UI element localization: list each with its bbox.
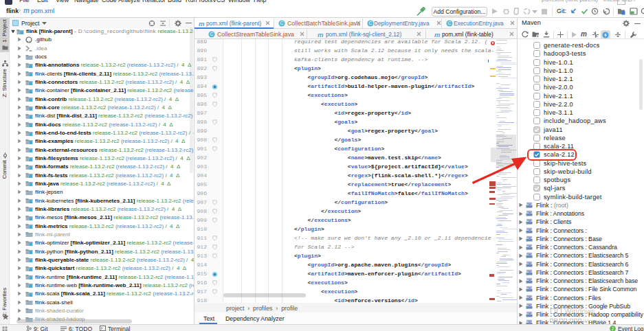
svg-text:C: C	[368, 21, 372, 25]
svg-text:2: 2	[612, 326, 614, 331]
svg-text:C: C	[447, 21, 451, 25]
svg-text:C: C	[280, 21, 283, 25]
svg-text:C: C	[210, 32, 213, 36]
